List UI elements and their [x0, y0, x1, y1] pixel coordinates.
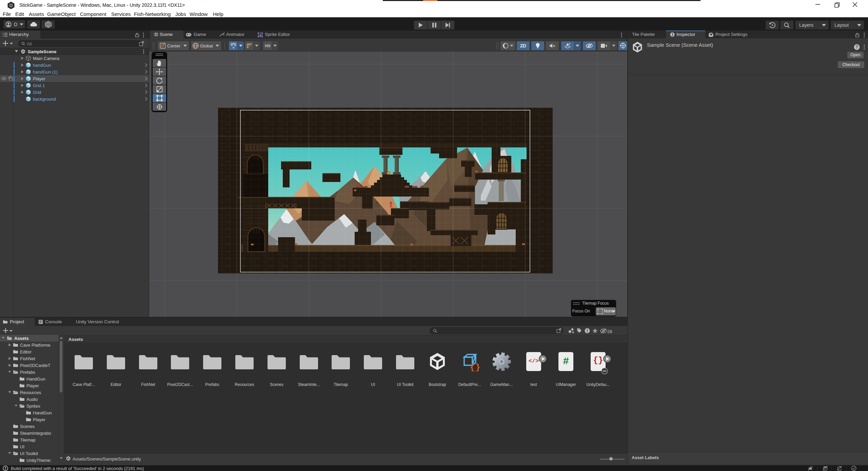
svg-text:D: D: [47, 23, 49, 26]
svg-text:{}: {}: [470, 363, 480, 371]
svg-text:?: ?: [855, 45, 858, 49]
svg-text:Y: Y: [232, 46, 234, 49]
